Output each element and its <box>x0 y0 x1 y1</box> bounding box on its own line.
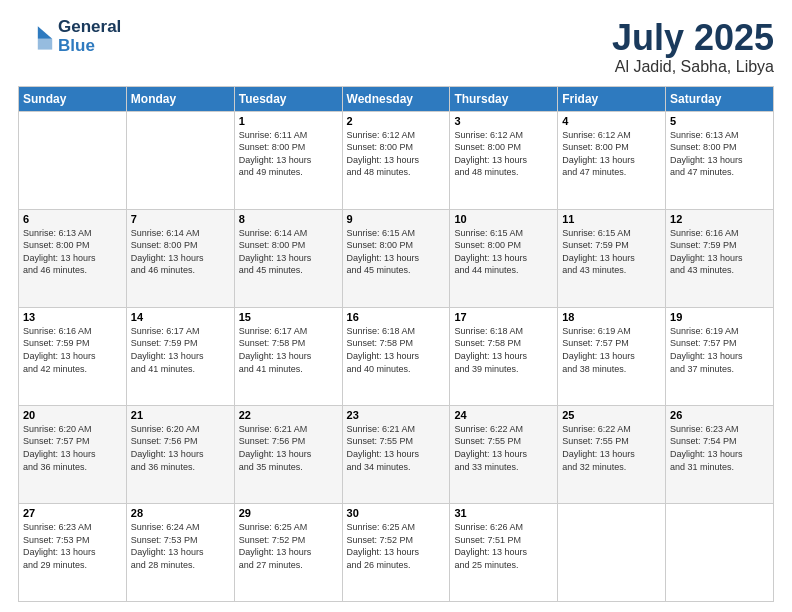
day-number: 18 <box>562 311 661 323</box>
header: General Blue July 2025 Al Jadid, Sabha, … <box>18 18 774 76</box>
day-number: 24 <box>454 409 553 421</box>
calendar-cell: 6Sunrise: 6:13 AM Sunset: 8:00 PM Daylig… <box>19 209 127 307</box>
day-info: Sunrise: 6:23 AM Sunset: 7:53 PM Dayligh… <box>23 521 122 571</box>
calendar-cell: 8Sunrise: 6:14 AM Sunset: 8:00 PM Daylig… <box>234 209 342 307</box>
calendar-cell: 22Sunrise: 6:21 AM Sunset: 7:56 PM Dayli… <box>234 405 342 503</box>
logo-icon <box>18 19 54 55</box>
day-number: 9 <box>347 213 446 225</box>
day-number: 2 <box>347 115 446 127</box>
calendar-cell: 20Sunrise: 6:20 AM Sunset: 7:57 PM Dayli… <box>19 405 127 503</box>
calendar-week-3: 13Sunrise: 6:16 AM Sunset: 7:59 PM Dayli… <box>19 307 774 405</box>
day-number: 4 <box>562 115 661 127</box>
day-number: 21 <box>131 409 230 421</box>
day-number: 7 <box>131 213 230 225</box>
page: General Blue July 2025 Al Jadid, Sabha, … <box>0 0 792 612</box>
calendar-cell: 27Sunrise: 6:23 AM Sunset: 7:53 PM Dayli… <box>19 503 127 601</box>
calendar-cell: 25Sunrise: 6:22 AM Sunset: 7:55 PM Dayli… <box>558 405 666 503</box>
day-number: 11 <box>562 213 661 225</box>
logo: General Blue <box>18 18 121 55</box>
day-number: 8 <box>239 213 338 225</box>
calendar-cell: 5Sunrise: 6:13 AM Sunset: 8:00 PM Daylig… <box>666 111 774 209</box>
col-header-monday: Monday <box>126 86 234 111</box>
day-number: 5 <box>670 115 769 127</box>
calendar-week-4: 20Sunrise: 6:20 AM Sunset: 7:57 PM Dayli… <box>19 405 774 503</box>
calendar-cell: 13Sunrise: 6:16 AM Sunset: 7:59 PM Dayli… <box>19 307 127 405</box>
day-info: Sunrise: 6:21 AM Sunset: 7:55 PM Dayligh… <box>347 423 446 473</box>
day-number: 6 <box>23 213 122 225</box>
day-info: Sunrise: 6:22 AM Sunset: 7:55 PM Dayligh… <box>562 423 661 473</box>
day-number: 15 <box>239 311 338 323</box>
day-info: Sunrise: 6:17 AM Sunset: 7:59 PM Dayligh… <box>131 325 230 375</box>
day-info: Sunrise: 6:21 AM Sunset: 7:56 PM Dayligh… <box>239 423 338 473</box>
col-header-thursday: Thursday <box>450 86 558 111</box>
logo-text: General Blue <box>58 18 121 55</box>
calendar-cell <box>19 111 127 209</box>
day-info: Sunrise: 6:19 AM Sunset: 7:57 PM Dayligh… <box>562 325 661 375</box>
calendar-week-1: 1Sunrise: 6:11 AM Sunset: 8:00 PM Daylig… <box>19 111 774 209</box>
calendar-cell: 3Sunrise: 6:12 AM Sunset: 8:00 PM Daylig… <box>450 111 558 209</box>
svg-marker-1 <box>38 38 52 49</box>
calendar-cell: 9Sunrise: 6:15 AM Sunset: 8:00 PM Daylig… <box>342 209 450 307</box>
day-info: Sunrise: 6:16 AM Sunset: 7:59 PM Dayligh… <box>23 325 122 375</box>
day-info: Sunrise: 6:12 AM Sunset: 8:00 PM Dayligh… <box>347 129 446 179</box>
col-header-wednesday: Wednesday <box>342 86 450 111</box>
day-info: Sunrise: 6:11 AM Sunset: 8:00 PM Dayligh… <box>239 129 338 179</box>
calendar-cell: 30Sunrise: 6:25 AM Sunset: 7:52 PM Dayli… <box>342 503 450 601</box>
day-number: 22 <box>239 409 338 421</box>
day-info: Sunrise: 6:15 AM Sunset: 8:00 PM Dayligh… <box>347 227 446 277</box>
calendar-cell: 1Sunrise: 6:11 AM Sunset: 8:00 PM Daylig… <box>234 111 342 209</box>
calendar-cell: 17Sunrise: 6:18 AM Sunset: 7:58 PM Dayli… <box>450 307 558 405</box>
col-header-saturday: Saturday <box>666 86 774 111</box>
calendar-cell: 21Sunrise: 6:20 AM Sunset: 7:56 PM Dayli… <box>126 405 234 503</box>
day-info: Sunrise: 6:18 AM Sunset: 7:58 PM Dayligh… <box>454 325 553 375</box>
calendar-cell: 4Sunrise: 6:12 AM Sunset: 8:00 PM Daylig… <box>558 111 666 209</box>
calendar-week-2: 6Sunrise: 6:13 AM Sunset: 8:00 PM Daylig… <box>19 209 774 307</box>
day-info: Sunrise: 6:14 AM Sunset: 8:00 PM Dayligh… <box>239 227 338 277</box>
calendar-cell: 23Sunrise: 6:21 AM Sunset: 7:55 PM Dayli… <box>342 405 450 503</box>
day-info: Sunrise: 6:20 AM Sunset: 7:57 PM Dayligh… <box>23 423 122 473</box>
calendar-cell: 19Sunrise: 6:19 AM Sunset: 7:57 PM Dayli… <box>666 307 774 405</box>
calendar-cell <box>666 503 774 601</box>
calendar-table: SundayMondayTuesdayWednesdayThursdayFrid… <box>18 86 774 602</box>
calendar-cell: 29Sunrise: 6:25 AM Sunset: 7:52 PM Dayli… <box>234 503 342 601</box>
day-number: 12 <box>670 213 769 225</box>
svg-marker-0 <box>38 26 52 39</box>
day-info: Sunrise: 6:15 AM Sunset: 8:00 PM Dayligh… <box>454 227 553 277</box>
calendar-cell: 7Sunrise: 6:14 AM Sunset: 8:00 PM Daylig… <box>126 209 234 307</box>
day-info: Sunrise: 6:16 AM Sunset: 7:59 PM Dayligh… <box>670 227 769 277</box>
day-number: 23 <box>347 409 446 421</box>
calendar-header-row: SundayMondayTuesdayWednesdayThursdayFrid… <box>19 86 774 111</box>
day-info: Sunrise: 6:23 AM Sunset: 7:54 PM Dayligh… <box>670 423 769 473</box>
day-number: 30 <box>347 507 446 519</box>
day-info: Sunrise: 6:20 AM Sunset: 7:56 PM Dayligh… <box>131 423 230 473</box>
day-info: Sunrise: 6:18 AM Sunset: 7:58 PM Dayligh… <box>347 325 446 375</box>
day-info: Sunrise: 6:12 AM Sunset: 8:00 PM Dayligh… <box>562 129 661 179</box>
calendar-cell: 26Sunrise: 6:23 AM Sunset: 7:54 PM Dayli… <box>666 405 774 503</box>
calendar-cell: 24Sunrise: 6:22 AM Sunset: 7:55 PM Dayli… <box>450 405 558 503</box>
calendar-cell: 12Sunrise: 6:16 AM Sunset: 7:59 PM Dayli… <box>666 209 774 307</box>
day-info: Sunrise: 6:17 AM Sunset: 7:58 PM Dayligh… <box>239 325 338 375</box>
day-info: Sunrise: 6:12 AM Sunset: 8:00 PM Dayligh… <box>454 129 553 179</box>
calendar-cell: 14Sunrise: 6:17 AM Sunset: 7:59 PM Dayli… <box>126 307 234 405</box>
day-number: 17 <box>454 311 553 323</box>
day-info: Sunrise: 6:19 AM Sunset: 7:57 PM Dayligh… <box>670 325 769 375</box>
calendar-cell: 28Sunrise: 6:24 AM Sunset: 7:53 PM Dayli… <box>126 503 234 601</box>
calendar-cell: 11Sunrise: 6:15 AM Sunset: 7:59 PM Dayli… <box>558 209 666 307</box>
day-info: Sunrise: 6:24 AM Sunset: 7:53 PM Dayligh… <box>131 521 230 571</box>
col-header-sunday: Sunday <box>19 86 127 111</box>
col-header-friday: Friday <box>558 86 666 111</box>
day-info: Sunrise: 6:13 AM Sunset: 8:00 PM Dayligh… <box>23 227 122 277</box>
calendar-cell: 18Sunrise: 6:19 AM Sunset: 7:57 PM Dayli… <box>558 307 666 405</box>
day-info: Sunrise: 6:25 AM Sunset: 7:52 PM Dayligh… <box>347 521 446 571</box>
day-info: Sunrise: 6:14 AM Sunset: 8:00 PM Dayligh… <box>131 227 230 277</box>
day-number: 29 <box>239 507 338 519</box>
calendar-body: 1Sunrise: 6:11 AM Sunset: 8:00 PM Daylig… <box>19 111 774 601</box>
title-block: July 2025 Al Jadid, Sabha, Libya <box>612 18 774 76</box>
day-number: 10 <box>454 213 553 225</box>
day-number: 16 <box>347 311 446 323</box>
day-number: 14 <box>131 311 230 323</box>
calendar-cell: 31Sunrise: 6:26 AM Sunset: 7:51 PM Dayli… <box>450 503 558 601</box>
day-number: 31 <box>454 507 553 519</box>
day-number: 13 <box>23 311 122 323</box>
day-number: 19 <box>670 311 769 323</box>
